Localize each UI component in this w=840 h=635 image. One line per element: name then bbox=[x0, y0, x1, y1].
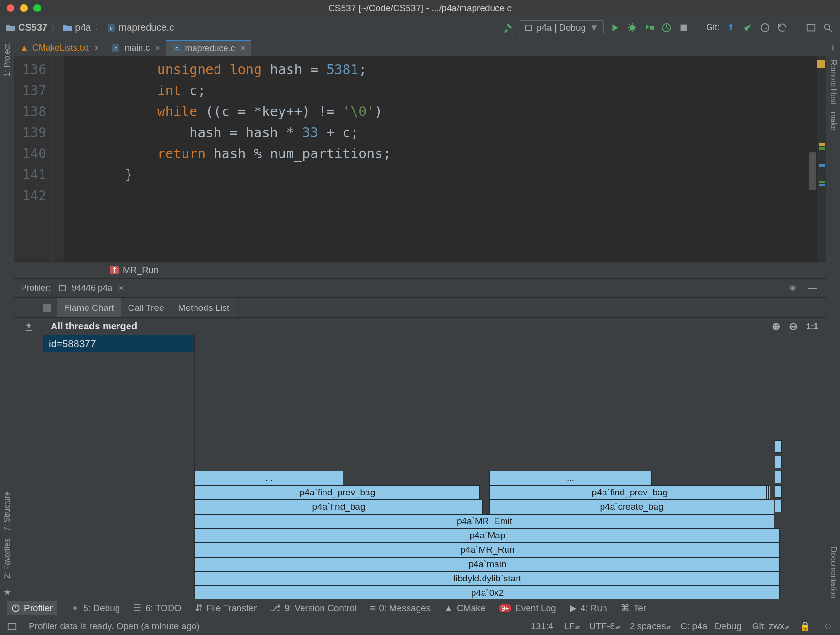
encoding[interactable]: UTF-8 bbox=[589, 621, 619, 632]
zoom-window-button[interactable] bbox=[33, 4, 41, 12]
file-tab-mapreduce-c[interactable]: c mapreduce.c × bbox=[166, 40, 251, 56]
stop-icon[interactable] bbox=[678, 22, 690, 34]
tool-project[interactable]: 1: Project bbox=[3, 44, 11, 77]
run-icon[interactable] bbox=[609, 22, 621, 34]
tool-file-transfer[interactable]: ⇵File Transfer bbox=[195, 602, 257, 613]
flame-frame[interactable]: p4a`Map bbox=[195, 528, 780, 543]
indent[interactable]: 2 spaces bbox=[630, 621, 670, 632]
ide-settings-icon[interactable] bbox=[805, 22, 817, 34]
git-branch[interactable]: Git: zwx bbox=[752, 621, 788, 632]
context[interactable]: C: p4a | Debug bbox=[680, 621, 741, 632]
flame-frame[interactable] bbox=[775, 456, 782, 468]
code-content[interactable]: unsigned long hash = 5381; int c; while … bbox=[64, 56, 391, 261]
flame-frame[interactable]: p4a`find_prev_bag bbox=[195, 485, 480, 500]
tool-event-log[interactable]: 9+Event Log bbox=[499, 603, 556, 613]
tool-cmake[interactable]: ▲CMake bbox=[444, 603, 485, 613]
flame-frame[interactable]: libdyld.dylib`start bbox=[195, 571, 780, 586]
flame-frame[interactable] bbox=[775, 471, 782, 483]
close-window-button[interactable] bbox=[7, 4, 14, 12]
function-name[interactable]: MR_Run bbox=[123, 265, 159, 275]
file-tab-main-c[interactable]: c main.c × bbox=[105, 40, 166, 56]
flame-frame[interactable]: ... bbox=[195, 471, 343, 485]
crumb-project[interactable]: CS537 bbox=[18, 22, 47, 33]
zoom-out-icon[interactable]: ⊖ bbox=[789, 320, 797, 333]
tool-messages[interactable]: ≡0: Messages bbox=[370, 603, 431, 613]
flame-frame[interactable]: ... bbox=[489, 471, 652, 485]
profile-icon[interactable] bbox=[660, 22, 673, 34]
caret-position[interactable]: 131:4 bbox=[531, 621, 554, 632]
flame-frame[interactable] bbox=[775, 500, 782, 512]
tool-favorites[interactable]: 2: Favorites bbox=[3, 538, 11, 579]
close-icon[interactable]: × bbox=[153, 44, 160, 53]
close-icon[interactable]: × bbox=[239, 44, 245, 53]
flame-frame[interactable]: p4a`0x2 bbox=[195, 586, 780, 599]
run-config-selector[interactable]: p4a | Debug ▼ bbox=[519, 20, 604, 35]
flame-frame[interactable]: p4a`MR_Emit bbox=[195, 514, 774, 528]
function-badge: f bbox=[110, 266, 119, 274]
tool-remote-host[interactable]: Remote Host bbox=[829, 60, 838, 104]
flame-frame[interactable]: p4a`find_prev_bag bbox=[489, 485, 770, 500]
svg-point-16 bbox=[73, 606, 77, 610]
flame-frame[interactable] bbox=[775, 485, 782, 498]
editor-breadcrumb: f MR_Run bbox=[14, 261, 826, 278]
tool-profiler[interactable]: Profiler bbox=[7, 601, 57, 615]
tool-make[interactable]: make bbox=[829, 112, 838, 131]
coverage-icon[interactable] bbox=[643, 22, 656, 34]
hammer-build-icon[interactable] bbox=[502, 22, 514, 34]
error-stripe[interactable] bbox=[817, 56, 826, 261]
line-separator[interactable]: LF bbox=[564, 621, 579, 632]
close-icon[interactable]: × bbox=[117, 284, 123, 293]
tool-todo[interactable]: ☰6: TODO bbox=[133, 602, 181, 613]
star-icon: ★ bbox=[1, 586, 13, 599]
flame-frame[interactable]: p4a`create_bag bbox=[489, 500, 774, 514]
tool-terminal[interactable]: ⌘Ter bbox=[621, 602, 646, 613]
tab-call-tree[interactable]: Call Tree bbox=[121, 298, 172, 318]
git-commit-icon[interactable] bbox=[742, 22, 754, 34]
zoom-in-icon[interactable]: ⊕ bbox=[772, 320, 780, 333]
debug-bug-icon[interactable] bbox=[626, 22, 638, 34]
tool-debug[interactable]: 5: Debug bbox=[71, 603, 120, 613]
lock-icon[interactable]: 🔒 bbox=[799, 620, 811, 633]
c-file-icon: c bbox=[107, 23, 116, 32]
tool-run[interactable]: ▶4: Run bbox=[570, 602, 607, 613]
status-message[interactable]: Profiler data is ready. Open (a minute a… bbox=[29, 621, 200, 632]
tool-version-control[interactable]: ⎇9: Version Control bbox=[270, 602, 356, 613]
minimize-window-button[interactable] bbox=[20, 4, 28, 12]
folder-icon bbox=[6, 23, 15, 32]
git-update-icon[interactable] bbox=[724, 22, 737, 34]
git-history-icon[interactable] bbox=[759, 22, 771, 34]
file-tab-cmakelists[interactable]: ▲ CMakeLists.txt × bbox=[14, 40, 105, 56]
svg-text:c: c bbox=[110, 25, 113, 31]
crumb-folder[interactable]: p4a bbox=[75, 22, 91, 33]
svg-point-3 bbox=[629, 25, 635, 30]
stop-profiling-button[interactable] bbox=[43, 304, 51, 312]
toolwindow-toggle-icon[interactable] bbox=[6, 620, 18, 633]
crumb-file[interactable]: mapreduce.c bbox=[119, 22, 174, 33]
close-icon[interactable]: × bbox=[93, 44, 99, 53]
tool-structure[interactable]: 7: Structure bbox=[3, 492, 11, 531]
git-rollback-icon[interactable] bbox=[776, 22, 788, 34]
editor-scrollbar[interactable] bbox=[809, 56, 816, 261]
tab-methods-list[interactable]: Methods List bbox=[172, 298, 237, 318]
zoom-reset-icon[interactable]: 1:1 bbox=[806, 322, 818, 331]
svg-rect-2 bbox=[525, 25, 532, 30]
flame-frame[interactable]: p4a`main bbox=[195, 557, 780, 571]
flame-chart-panel: All threads merged ⊕ ⊖ 1:1 id=588377 p4a… bbox=[14, 318, 826, 599]
flame-canvas[interactable]: p4a`0x2libdyld.dylib`startp4a`mainp4a`MR… bbox=[195, 335, 826, 599]
search-everywhere-icon[interactable] bbox=[822, 22, 834, 34]
tab-flame-chart[interactable]: Flame Chart bbox=[57, 298, 121, 318]
code-editor[interactable]: 136137138139140141142 unsigned long hash… bbox=[14, 56, 826, 261]
export-icon[interactable] bbox=[22, 321, 35, 333]
gear-icon[interactable] bbox=[786, 282, 799, 295]
thread-item[interactable]: id=588377 bbox=[43, 335, 194, 352]
profiler-session-tab[interactable]: 94446 p4a × bbox=[58, 283, 123, 293]
tool-documentation[interactable]: Documentation bbox=[829, 547, 838, 599]
flame-frame[interactable] bbox=[775, 440, 782, 453]
thread-list[interactable]: id=588377 bbox=[43, 335, 195, 599]
threads-merged-label[interactable]: All threads merged bbox=[51, 321, 137, 332]
flame-frame[interactable]: p4a`MR_Run bbox=[195, 543, 780, 557]
inspector-icon[interactable]: ☺ bbox=[822, 620, 834, 633]
flame-frame[interactable]: p4a`find_bag bbox=[195, 500, 483, 514]
hide-panel-icon[interactable]: — bbox=[807, 282, 819, 295]
flame-side-tools bbox=[14, 318, 43, 599]
